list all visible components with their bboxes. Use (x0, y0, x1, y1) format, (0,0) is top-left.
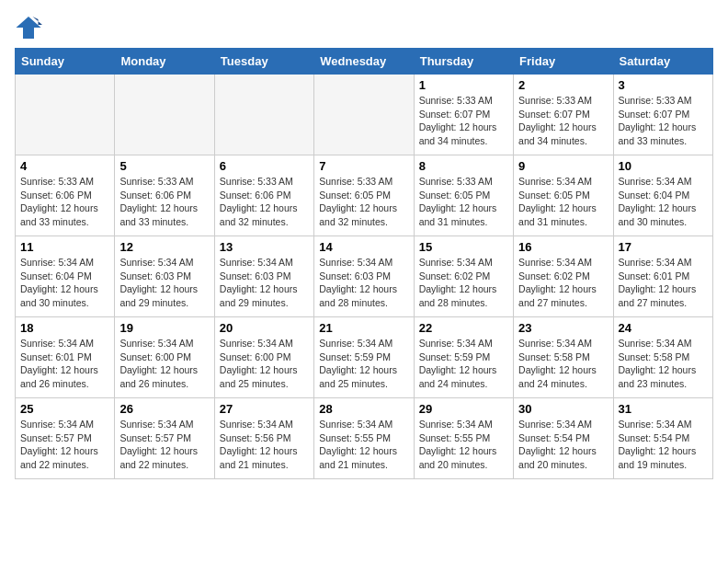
day-number: 9 (518, 159, 608, 173)
day-info: Sunrise: 5:34 AM Sunset: 5:57 PM Dayligh… (20, 418, 109, 472)
day-info: Sunrise: 5:34 AM Sunset: 5:58 PM Dayligh… (619, 337, 708, 391)
calendar-cell: 10Sunrise: 5:34 AM Sunset: 6:04 PM Dayli… (613, 155, 712, 236)
day-info: Sunrise: 5:34 AM Sunset: 6:00 PM Dayligh… (220, 337, 309, 391)
calendar-cell: 6Sunrise: 5:33 AM Sunset: 6:06 PM Daylig… (214, 155, 313, 236)
calendar-cell: 19Sunrise: 5:34 AM Sunset: 6:00 PM Dayli… (115, 317, 214, 398)
logo (15, 15, 46, 40)
calendar-cell: 20Sunrise: 5:34 AM Sunset: 6:00 PM Dayli… (214, 317, 313, 398)
calendar-cell: 29Sunrise: 5:34 AM Sunset: 5:55 PM Dayli… (414, 398, 513, 479)
day-info: Sunrise: 5:34 AM Sunset: 6:03 PM Dayligh… (119, 256, 209, 310)
week-row-2: 11Sunrise: 5:34 AM Sunset: 6:04 PM Dayli… (16, 236, 713, 317)
logo-icon (15, 15, 42, 40)
day-info: Sunrise: 5:34 AM Sunset: 5:59 PM Dayligh… (419, 337, 508, 391)
calendar-cell: 21Sunrise: 5:34 AM Sunset: 5:59 PM Dayli… (314, 317, 414, 398)
day-info: Sunrise: 5:34 AM Sunset: 6:02 PM Dayligh… (419, 256, 508, 310)
day-info: Sunrise: 5:34 AM Sunset: 6:04 PM Dayligh… (20, 256, 109, 310)
day-number: 6 (220, 159, 309, 173)
calendar-cell: 8Sunrise: 5:33 AM Sunset: 6:05 PM Daylig… (414, 155, 513, 236)
day-info: Sunrise: 5:33 AM Sunset: 6:07 PM Dayligh… (419, 94, 508, 148)
week-row-4: 25Sunrise: 5:34 AM Sunset: 5:57 PM Dayli… (16, 398, 713, 479)
day-number: 31 (619, 402, 708, 416)
day-info: Sunrise: 5:34 AM Sunset: 6:02 PM Dayligh… (518, 256, 608, 310)
calendar-cell: 2Sunrise: 5:33 AM Sunset: 6:07 PM Daylig… (514, 75, 613, 155)
day-number: 1 (419, 78, 508, 92)
day-number: 4 (20, 159, 109, 173)
calendar-cell (214, 75, 313, 155)
calendar-cell: 1Sunrise: 5:33 AM Sunset: 6:07 PM Daylig… (414, 75, 513, 155)
calendar-cell: 14Sunrise: 5:34 AM Sunset: 6:03 PM Dayli… (314, 236, 414, 317)
day-info: Sunrise: 5:33 AM Sunset: 6:07 PM Dayligh… (518, 94, 608, 148)
day-info: Sunrise: 5:34 AM Sunset: 5:57 PM Dayligh… (119, 418, 209, 472)
calendar-cell: 27Sunrise: 5:34 AM Sunset: 5:56 PM Dayli… (214, 398, 313, 479)
day-number: 19 (119, 321, 209, 335)
day-number: 12 (119, 240, 209, 254)
calendar-cell (16, 75, 115, 155)
calendar-cell: 22Sunrise: 5:34 AM Sunset: 5:59 PM Dayli… (414, 317, 513, 398)
calendar-cell: 16Sunrise: 5:34 AM Sunset: 6:02 PM Dayli… (514, 236, 613, 317)
day-number: 30 (518, 402, 608, 416)
header-saturday: Saturday (613, 49, 712, 75)
calendar-cell: 18Sunrise: 5:34 AM Sunset: 6:01 PM Dayli… (16, 317, 115, 398)
day-number: 8 (419, 159, 508, 173)
header-monday: Monday (115, 49, 214, 75)
header-friday: Friday (514, 49, 613, 75)
day-number: 28 (319, 402, 408, 416)
day-info: Sunrise: 5:34 AM Sunset: 5:59 PM Dayligh… (319, 337, 408, 391)
calendar-table: SundayMondayTuesdayWednesdayThursdayFrid… (15, 48, 713, 479)
calendar-cell: 30Sunrise: 5:34 AM Sunset: 5:54 PM Dayli… (514, 398, 613, 479)
day-info: Sunrise: 5:33 AM Sunset: 6:07 PM Dayligh… (619, 94, 708, 148)
calendar-cell: 5Sunrise: 5:33 AM Sunset: 6:06 PM Daylig… (115, 155, 214, 236)
day-number: 3 (619, 78, 708, 92)
day-info: Sunrise: 5:34 AM Sunset: 5:54 PM Dayligh… (619, 418, 708, 472)
day-info: Sunrise: 5:33 AM Sunset: 6:05 PM Dayligh… (319, 175, 408, 229)
calendar-cell: 24Sunrise: 5:34 AM Sunset: 5:58 PM Dayli… (613, 317, 712, 398)
calendar-cell: 17Sunrise: 5:34 AM Sunset: 6:01 PM Dayli… (613, 236, 712, 317)
calendar-cell: 26Sunrise: 5:34 AM Sunset: 5:57 PM Dayli… (115, 398, 214, 479)
day-number: 13 (220, 240, 309, 254)
day-number: 20 (220, 321, 309, 335)
day-number: 11 (20, 240, 109, 254)
day-info: Sunrise: 5:34 AM Sunset: 6:03 PM Dayligh… (220, 256, 309, 310)
day-number: 29 (419, 402, 508, 416)
day-number: 27 (220, 402, 309, 416)
calendar-cell: 4Sunrise: 5:33 AM Sunset: 6:06 PM Daylig… (16, 155, 115, 236)
calendar-cell: 25Sunrise: 5:34 AM Sunset: 5:57 PM Dayli… (16, 398, 115, 479)
day-info: Sunrise: 5:33 AM Sunset: 6:06 PM Dayligh… (20, 175, 109, 229)
calendar-cell: 11Sunrise: 5:34 AM Sunset: 6:04 PM Dayli… (16, 236, 115, 317)
day-number: 18 (20, 321, 109, 335)
calendar-cell (115, 75, 214, 155)
header-wednesday: Wednesday (314, 49, 414, 75)
day-number: 10 (619, 159, 708, 173)
day-number: 26 (119, 402, 209, 416)
day-number: 22 (419, 321, 508, 335)
day-number: 21 (319, 321, 408, 335)
page-header (15, 15, 713, 40)
calendar-cell: 31Sunrise: 5:34 AM Sunset: 5:54 PM Dayli… (613, 398, 712, 479)
day-info: Sunrise: 5:34 AM Sunset: 5:55 PM Dayligh… (419, 418, 508, 472)
day-info: Sunrise: 5:34 AM Sunset: 6:01 PM Dayligh… (20, 337, 109, 391)
calendar-cell (314, 75, 414, 155)
day-info: Sunrise: 5:33 AM Sunset: 6:06 PM Dayligh… (220, 175, 309, 229)
day-info: Sunrise: 5:34 AM Sunset: 6:01 PM Dayligh… (619, 256, 708, 310)
header-thursday: Thursday (414, 49, 513, 75)
calendar-cell: 15Sunrise: 5:34 AM Sunset: 6:02 PM Dayli… (414, 236, 513, 317)
day-number: 24 (619, 321, 708, 335)
week-row-3: 18Sunrise: 5:34 AM Sunset: 6:01 PM Dayli… (16, 317, 713, 398)
week-row-0: 1Sunrise: 5:33 AM Sunset: 6:07 PM Daylig… (16, 75, 713, 155)
day-info: Sunrise: 5:33 AM Sunset: 6:05 PM Dayligh… (419, 175, 508, 229)
day-info: Sunrise: 5:34 AM Sunset: 6:05 PM Dayligh… (518, 175, 608, 229)
day-number: 23 (518, 321, 608, 335)
day-info: Sunrise: 5:33 AM Sunset: 6:06 PM Dayligh… (119, 175, 209, 229)
header-row: SundayMondayTuesdayWednesdayThursdayFrid… (16, 49, 713, 75)
day-info: Sunrise: 5:34 AM Sunset: 5:58 PM Dayligh… (518, 337, 608, 391)
calendar-cell: 3Sunrise: 5:33 AM Sunset: 6:07 PM Daylig… (613, 75, 712, 155)
day-info: Sunrise: 5:34 AM Sunset: 5:54 PM Dayligh… (518, 418, 608, 472)
day-info: Sunrise: 5:34 AM Sunset: 5:55 PM Dayligh… (319, 418, 408, 472)
calendar-cell: 9Sunrise: 5:34 AM Sunset: 6:05 PM Daylig… (514, 155, 613, 236)
calendar-cell: 23Sunrise: 5:34 AM Sunset: 5:58 PM Dayli… (514, 317, 613, 398)
day-number: 17 (619, 240, 708, 254)
day-number: 5 (119, 159, 209, 173)
calendar-cell: 28Sunrise: 5:34 AM Sunset: 5:55 PM Dayli… (314, 398, 414, 479)
calendar-cell: 12Sunrise: 5:34 AM Sunset: 6:03 PM Dayli… (115, 236, 214, 317)
day-number: 2 (518, 78, 608, 92)
